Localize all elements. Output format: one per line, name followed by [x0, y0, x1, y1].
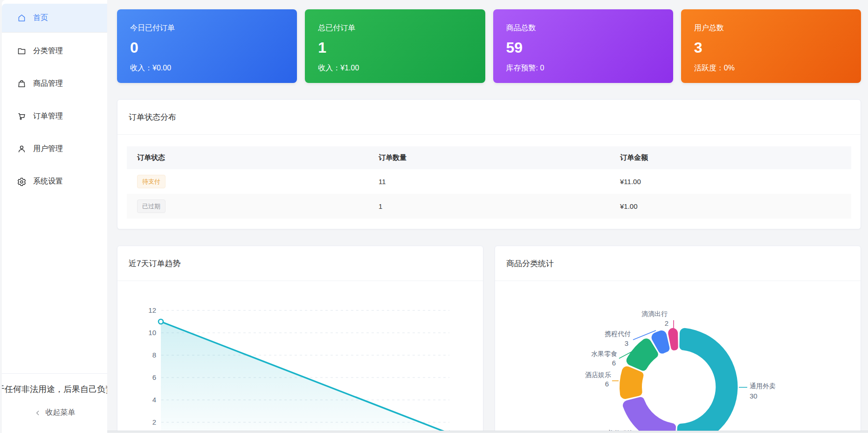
sidebar-item-settings[interactable]: 系统设置: [2, 167, 107, 196]
sidebar-item-label: 系统设置: [33, 177, 63, 186]
sidebar-item-users[interactable]: 用户管理: [2, 134, 107, 163]
table-row: 待支付 11 ¥11.00: [127, 169, 851, 194]
svg-text:12: 12: [148, 306, 156, 314]
stat-card-value: 0: [130, 39, 284, 56]
stat-card-sub: 收入：¥1.00: [318, 63, 472, 73]
home-icon: [17, 13, 27, 23]
svg-text:2: 2: [665, 319, 668, 327]
table-row: 已过期 1 ¥1.00: [127, 194, 851, 219]
cart-icon: [17, 111, 27, 121]
sidebar-item-products[interactable]: 商品管理: [2, 69, 107, 98]
category-stats-panel: 商品分类统计 通用外卖30美妆服饰12酒店娱乐6水果零食6携程代付3滴滴出行2: [495, 246, 861, 433]
sidebar-item-orders[interactable]: 订单管理: [2, 102, 107, 131]
main-content: 今日已付订单 0 收入：¥0.00 总已付订单 1 收入：¥1.00 商品总数 …: [117, 0, 861, 433]
folder-icon: [17, 46, 27, 56]
svg-text:3: 3: [625, 339, 628, 347]
stat-card-title: 今日已付订单: [130, 23, 284, 33]
svg-text:6: 6: [152, 373, 156, 381]
stat-card-title: 商品总数: [506, 23, 660, 33]
stat-card-value: 1: [318, 39, 472, 56]
collapse-menu-button[interactable]: 收起菜单: [2, 408, 107, 418]
svg-text:携程代付: 携程代付: [605, 330, 631, 337]
stat-card-title: 总已付订单: [318, 23, 472, 33]
status-badge: 已过期: [137, 199, 165, 213]
panel-title: 近7天订单趋势: [129, 258, 180, 269]
stat-card-sub: 收入：¥0.00: [130, 63, 284, 73]
order-trend-line-chart: 12108642: [117, 281, 483, 433]
sidebar-item-categories[interactable]: 分类管理: [2, 36, 107, 65]
sidebar-menu-top: 首页: [2, 0, 107, 33]
order-count-cell: 1: [368, 202, 610, 210]
column-header-count: 订单数量: [368, 153, 610, 162]
panel-title: 商品分类统计: [506, 258, 554, 269]
order-trend-panel: 近7天订单趋势 12108642: [117, 246, 483, 433]
stat-card-total-users: 用户总数 3 活跃度：0%: [681, 9, 861, 83]
sidebar-item-label: 订单管理: [33, 111, 63, 121]
svg-text:6: 6: [605, 380, 609, 388]
svg-text:酒店娱乐: 酒店娱乐: [585, 371, 611, 378]
sidebar-item-label: 商品管理: [33, 79, 63, 89]
charts-row: 近7天订单趋势 12108642 商品分类统计 通用外卖30美妆服饰12酒店娱乐…: [117, 246, 861, 433]
category-donut-chart: 通用外卖30美妆服饰12酒店娱乐6水果零食6携程代付3滴滴出行2: [495, 281, 861, 433]
stat-card-sub: 库存预警: 0: [506, 63, 660, 73]
sidebar-menu: 分类管理 商品管理 订单管理 用户管理: [2, 36, 107, 196]
svg-text:8: 8: [152, 351, 156, 359]
order-status-panel-header: 订单状态分布: [117, 100, 861, 135]
sidebar-item-label: 首页: [33, 13, 48, 23]
sidebar: 首页 分类管理 商品管理 订单管理: [2, 0, 107, 433]
legal-notice-marquee: 于任何非法用途，后果自己负责: [2, 384, 107, 396]
stat-card-total-products: 商品总数 59 库存预警: 0: [493, 9, 673, 83]
stat-card-title: 用户总数: [694, 23, 848, 33]
order-status-table: 订单状态 订单数量 订单金额 待支付 11 ¥11.00 已过期 1 ¥1.00: [117, 135, 861, 219]
column-header-status: 订单状态: [127, 153, 368, 162]
stat-card-today-paid-orders: 今日已付订单 0 收入：¥0.00: [117, 9, 297, 83]
order-amount-cell: ¥1.00: [610, 202, 851, 210]
stat-card-value: 3: [694, 39, 848, 56]
order-count-cell: 11: [368, 178, 610, 186]
gear-icon: [17, 177, 27, 186]
table-header-row: 订单状态 订单数量 订单金额: [127, 146, 851, 169]
collapse-menu-label: 收起菜单: [46, 408, 76, 418]
stat-cards-row: 今日已付订单 0 收入：¥0.00 总已付订单 1 收入：¥1.00 商品总数 …: [117, 9, 861, 83]
order-trend-panel-header: 近7天订单趋势: [117, 246, 483, 281]
sidebar-footer: 于任何非法用途，后果自己负责 收起菜单: [2, 373, 107, 433]
horizontal-scrollbar[interactable]: [107, 431, 868, 433]
admin-dashboard: 首页 分类管理 商品管理 订单管理: [0, 0, 868, 433]
svg-text:滴滴出行: 滴滴出行: [641, 310, 668, 317]
chevron-left-icon: [34, 409, 41, 417]
stat-card-total-paid-orders: 总已付订单 1 收入：¥1.00: [305, 9, 485, 83]
column-header-amount: 订单金额: [610, 153, 851, 162]
svg-text:30: 30: [750, 392, 758, 400]
user-icon: [17, 144, 27, 154]
order-status-panel: 订单状态分布 订单状态 订单数量 订单金额 待支付 11 ¥11.00 已过期 …: [117, 99, 861, 229]
panel-title: 订单状态分布: [129, 112, 176, 123]
sidebar-item-home[interactable]: 首页: [2, 4, 107, 32]
sidebar-item-label: 用户管理: [33, 144, 63, 154]
svg-text:2: 2: [152, 418, 156, 426]
svg-text:10: 10: [148, 329, 156, 337]
bag-icon: [17, 79, 27, 89]
svg-text:6: 6: [612, 359, 616, 367]
svg-text:4: 4: [152, 396, 156, 404]
sidebar-item-label: 分类管理: [33, 46, 63, 56]
svg-text:通用外卖: 通用外卖: [750, 382, 776, 390]
category-stats-panel-header: 商品分类统计: [495, 246, 861, 281]
stat-card-sub: 活跃度：0%: [694, 63, 848, 73]
order-amount-cell: ¥11.00: [610, 178, 851, 186]
stat-card-value: 59: [506, 39, 660, 56]
svg-text:水果零食: 水果零食: [591, 350, 617, 357]
status-badge: 待支付: [137, 175, 165, 188]
